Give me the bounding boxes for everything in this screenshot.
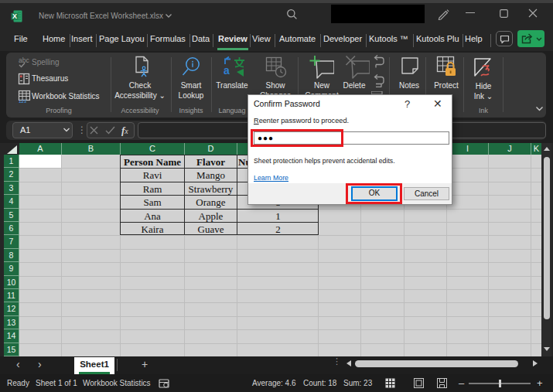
svg-text:X: X [12, 12, 17, 20]
svg-text:a: a [224, 64, 230, 77]
svg-text:123: 123 [19, 99, 27, 104]
